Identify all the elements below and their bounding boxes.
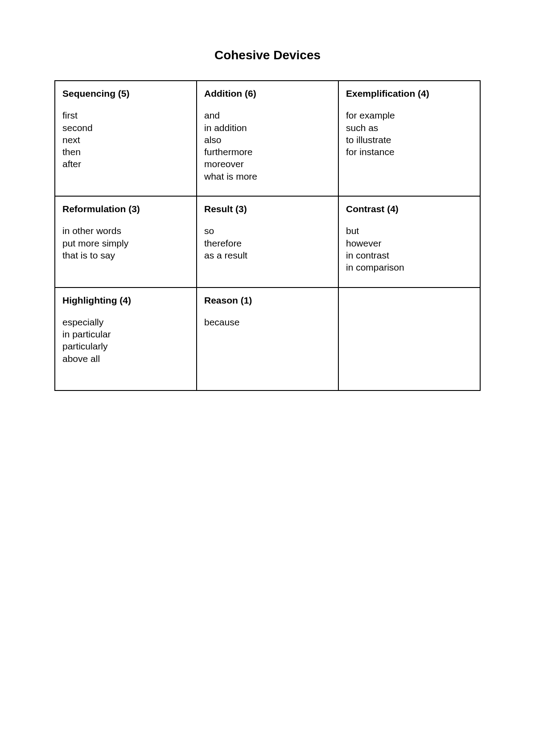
table-cell: Reformulation (3) in other words put mor… bbox=[55, 196, 197, 287]
cohesive-devices-table: Sequencing (5) first second next then af… bbox=[54, 80, 481, 391]
cell-item: in particular bbox=[62, 328, 189, 340]
cell-item: in other words bbox=[62, 225, 189, 237]
page-title: Cohesive Devices bbox=[0, 48, 535, 62]
cell-heading: Addition (6) bbox=[204, 87, 331, 99]
cell-item: however bbox=[346, 237, 473, 249]
cell-item: for instance bbox=[346, 146, 473, 158]
cell-item: next bbox=[62, 134, 189, 146]
cell-item: therefore bbox=[204, 237, 331, 249]
cell-item: second bbox=[62, 122, 189, 134]
cell-item: what is more bbox=[204, 170, 331, 182]
cell-item: such as bbox=[346, 122, 473, 134]
cell-item: after bbox=[62, 158, 189, 170]
cell-item: as a result bbox=[204, 249, 331, 261]
table-cell: Addition (6) and in addition also furthe… bbox=[197, 81, 338, 196]
table-row: Sequencing (5) first second next then af… bbox=[55, 81, 480, 196]
cell-heading: Exemplification (4) bbox=[346, 87, 473, 99]
cell-item: in comparison bbox=[346, 261, 473, 273]
cell-item: then bbox=[62, 146, 189, 158]
cell-item: particularly bbox=[62, 340, 189, 352]
table-cell: Contrast (4) but however in contrast in … bbox=[338, 196, 480, 287]
cell-item: furthermore bbox=[204, 146, 331, 158]
table-cell: Exemplification (4) for example such as … bbox=[338, 81, 480, 196]
table-cell: Reason (1) because bbox=[197, 288, 338, 391]
cell-heading: Reason (1) bbox=[204, 294, 331, 306]
cell-item: put more simply bbox=[62, 237, 189, 249]
cell-item: especially bbox=[62, 316, 189, 328]
table-cell: Highlighting (4) especially in particula… bbox=[55, 288, 197, 391]
cell-heading: Reformulation (3) bbox=[62, 203, 189, 215]
cell-heading: Result (3) bbox=[204, 203, 331, 215]
table-row: Highlighting (4) especially in particula… bbox=[55, 288, 480, 391]
table-row: Reformulation (3) in other words put mor… bbox=[55, 196, 480, 287]
cell-item: above all bbox=[62, 353, 189, 365]
cell-heading: Contrast (4) bbox=[346, 203, 473, 215]
cell-item: in addition bbox=[204, 122, 331, 134]
table-cell: Sequencing (5) first second next then af… bbox=[55, 81, 197, 196]
cell-item: first bbox=[62, 109, 189, 121]
cell-item: but bbox=[346, 225, 473, 237]
table-cell: Result (3) so therefore as a result bbox=[197, 196, 338, 287]
cell-item: in contrast bbox=[346, 249, 473, 261]
cell-item: for example bbox=[346, 109, 473, 121]
cell-item: because bbox=[204, 316, 331, 328]
cell-item: that is to say bbox=[62, 249, 189, 261]
cell-item: also bbox=[204, 134, 331, 146]
table-cell bbox=[338, 288, 480, 391]
cell-item: so bbox=[204, 225, 331, 237]
cell-item: to illustrate bbox=[346, 134, 473, 146]
cell-heading: Sequencing (5) bbox=[62, 87, 189, 99]
cell-heading: Highlighting (4) bbox=[62, 294, 189, 306]
cell-item: and bbox=[204, 109, 331, 121]
cell-item: moreover bbox=[204, 158, 331, 170]
